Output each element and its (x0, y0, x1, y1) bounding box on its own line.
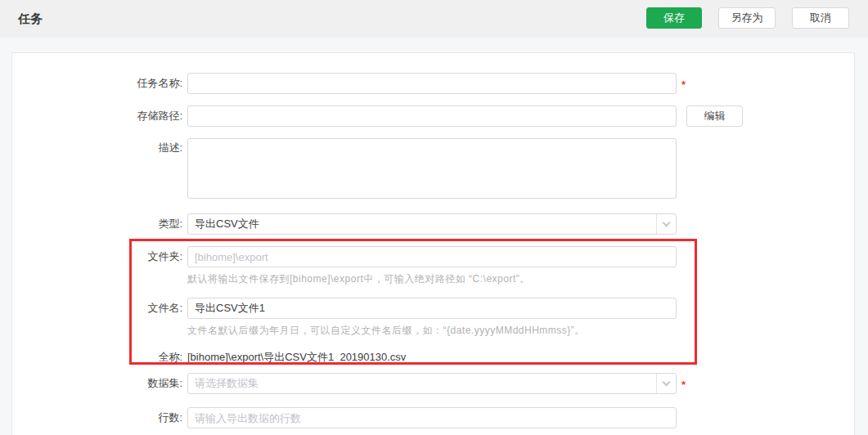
type-select-value: 导出CSV文件 (188, 217, 259, 231)
task-name-input[interactable] (187, 73, 677, 94)
edit-button[interactable]: 编辑 (686, 105, 743, 127)
page-header: 任务 保存 另存为 取消 (0, 0, 868, 38)
page-title: 任务 (18, 0, 43, 38)
dataset-select-placeholder: 请选择数据集 (188, 376, 259, 391)
folder-input[interactable] (187, 246, 677, 267)
save-as-button[interactable]: 另存为 (718, 7, 776, 29)
description-label: 描述: (12, 141, 182, 155)
save-button[interactable]: 保存 (646, 7, 702, 29)
folder-label: 文件夹: (12, 246, 182, 267)
task-form-card: 任务名称: * 存储路径: 编辑 描述: 类型: 导出CSV文件 文件夹: 默认… (11, 52, 855, 435)
type-select[interactable]: 导出CSV文件 (187, 213, 677, 235)
type-label: 类型: (12, 213, 182, 235)
full-name-value: [bihome]\export\导出CSV文件1_20190130.csv (187, 351, 406, 364)
row-count-label: 行数: (12, 407, 182, 428)
task-name-label: 任务名称: (12, 73, 182, 94)
file-name-help-text: 文件名默认后缀为年月日，可以自定义文件名后缀，如：“{date.yyyyMMdd… (187, 324, 585, 337)
dataset-label: 数据集: (12, 373, 182, 394)
task-name-required-asterisk: * (681, 73, 691, 97)
cancel-button[interactable]: 取消 (792, 7, 849, 29)
storage-path-label: 存储路径: (12, 105, 182, 127)
storage-path-input[interactable] (187, 105, 677, 127)
full-name-label: 全称: (12, 351, 182, 364)
folder-help-text: 默认将输出文件保存到[bihome]\export中，可输入绝对路径如 “C:\… (187, 272, 530, 285)
chevron-down-icon (656, 214, 676, 234)
description-textarea[interactable] (187, 138, 677, 199)
dataset-required-asterisk: * (681, 373, 691, 397)
task-page: 任务 保存 另存为 取消 任务名称: * 存储路径: 编辑 描述: 类型: 导出… (0, 0, 868, 435)
dataset-select[interactable]: 请选择数据集 (187, 373, 677, 394)
chevron-down-icon (656, 374, 676, 393)
file-name-label: 文件名: (12, 298, 182, 319)
row-count-input[interactable] (187, 407, 677, 428)
file-name-input[interactable] (187, 298, 677, 319)
